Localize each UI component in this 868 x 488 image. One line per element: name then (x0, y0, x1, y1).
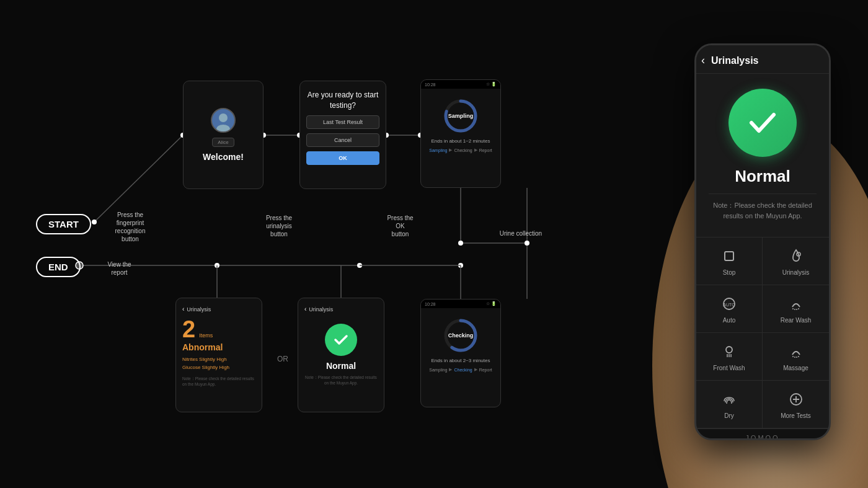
grid-item-rear-wash[interactable]: Rear Wash (763, 285, 829, 333)
grid-item-massage[interactable]: Massage (763, 333, 829, 381)
or-label: OR (277, 355, 288, 363)
phone-result-area: Normal Note：Please check the detailed re… (696, 74, 829, 237)
phone-title: Urinalysis (711, 55, 758, 66)
normal-status-small: Normal (326, 361, 356, 371)
checking-topbar: 10:28 ☆ 🔋 (421, 299, 500, 308)
svg-point-1 (92, 220, 97, 224)
abnormal-count: 2 (182, 317, 195, 341)
sampling-body: Sampling Ends in about 1~2 minutes Sampl… (421, 89, 500, 161)
phone-panel: ‹ Urinalysis Normal Note：Please check th… (608, 0, 868, 488)
stop-icon (719, 246, 739, 266)
welcome-card: Alice Welcome! (183, 81, 264, 189)
label-urine: Urine collection (496, 229, 546, 237)
start-node: START (36, 214, 91, 234)
user-name-tag: Alice (212, 138, 234, 147)
abnormal-items-text: Items (199, 332, 213, 339)
dry-label: Dry (724, 412, 734, 419)
svg-point-17 (357, 263, 362, 268)
front-wash-icon (719, 342, 739, 362)
phone-topbar: ‹ Urinalysis (696, 45, 829, 74)
sampling-steps: Sampling ▶ Checking ▶ Report (429, 148, 492, 153)
big-green-check-icon (728, 89, 797, 157)
svg-point-16 (215, 263, 219, 268)
front-wash-label: Front Wash (713, 365, 745, 371)
flow-diagram: START END Press thefingerprint recogniti… (0, 0, 608, 488)
checking-steps: Sampling ▶ Checking ▶ Report (429, 367, 492, 372)
phone-brand: JOMOO (696, 428, 829, 440)
abnormal-card-header: ‹ Urinalysis (182, 306, 255, 313)
urinalysis-icon (786, 246, 806, 266)
sampling-label: Sampling (448, 113, 474, 119)
label-view-report: View thereport (99, 260, 140, 277)
phone-grid: Stop Urinalysis AUTO (696, 237, 829, 428)
welcome-text: Welcome! (203, 152, 244, 162)
svg-point-18 (458, 263, 463, 268)
urinalysis-label: Urinalysis (782, 269, 809, 276)
auto-label: Auto (723, 317, 736, 324)
normal-note-small: Note：Please check the detailed results o… (304, 375, 378, 386)
abnormal-result-card: ‹ Urinalysis 2 Items Abnormal Nitrites S… (175, 298, 262, 412)
checking-label: Checking (448, 332, 474, 339)
ready-title: Are you ready to start testing? (306, 90, 379, 111)
normal-result-card-small: ‹ Urinalysis Normal Note：Please check th… (298, 298, 384, 412)
normal-small-header: ‹ Urinalysis (304, 306, 333, 313)
label-fingerprint: Press thefingerprint recognitionbutton (105, 211, 155, 243)
rear-wash-label: Rear Wash (781, 317, 812, 324)
cancel-btn[interactable]: Cancel (306, 133, 379, 147)
phone-normal-label: Normal (735, 167, 790, 186)
abnormal-note: Note：Please check the detailed results o… (182, 376, 255, 387)
abnormal-detail: Nitrites Slightly High Glucose Slightly … (182, 356, 255, 372)
end-label: END (48, 262, 68, 272)
svg-point-13 (525, 241, 529, 246)
label-ok: Press theOKbutton (383, 214, 417, 238)
svg-text:AUTO: AUTO (723, 303, 735, 307)
svg-point-25 (216, 125, 230, 131)
start-label: START (48, 219, 79, 229)
ready-card: Are you ready to start testing? Last Tes… (299, 81, 386, 189)
more-icon (786, 389, 806, 409)
flow-lines (0, 0, 608, 488)
sampling-ring: Sampling (442, 97, 479, 135)
label-urinalysis: Press theurinalysisbutton (260, 214, 298, 238)
abnormal-card-title: Urinalysis (187, 306, 211, 313)
grid-item-urinalysis[interactable]: Urinalysis (763, 237, 829, 285)
abnormal-status: Abnormal (182, 342, 255, 352)
checking-body: Checking Ends in about 2~3 minutes Sampl… (421, 308, 500, 381)
grid-item-stop[interactable]: Stop (696, 237, 763, 285)
dry-icon (719, 389, 739, 409)
avatar (211, 108, 236, 133)
phone-note: Note：Please check the detailed results o… (709, 193, 817, 227)
checking-card: 10:28 ☆ 🔋 Checking Ends in about 2~3 min… (420, 299, 501, 407)
green-check-icon-small (325, 324, 357, 356)
massage-label: Massage (783, 365, 808, 371)
grid-item-dry[interactable]: Dry (696, 381, 763, 428)
back-arrow-icon-2: ‹ (304, 306, 306, 313)
svg-line-0 (94, 135, 183, 222)
checking-ring: Checking (442, 317, 479, 354)
svg-rect-30 (725, 252, 733, 260)
sampling-time-note: Ends in about 1~2 minutes (432, 138, 490, 144)
checking-time-note: Ends in about 2~3 minutes (432, 358, 490, 363)
ok-btn[interactable]: OK (306, 151, 379, 165)
last-test-btn[interactable]: Last Test Result (306, 115, 379, 129)
svg-point-24 (219, 113, 228, 122)
massage-icon (786, 342, 806, 362)
normal-small-title: Urinalysis (309, 306, 333, 313)
svg-point-38 (726, 347, 732, 353)
sampling-topbar: 10:28 ☆ 🔋 (421, 80, 500, 89)
grid-item-front-wash[interactable]: Front Wash (696, 333, 763, 381)
svg-point-12 (458, 241, 463, 246)
grid-item-more[interactable]: More Tests (763, 381, 829, 428)
end-node: END (36, 257, 81, 277)
more-tests-label: More Tests (781, 412, 811, 419)
sampling-card: 10:28 ☆ 🔋 Sampling Ends in about 1~2 min… (420, 79, 501, 188)
back-arrow-icon: ‹ (182, 306, 184, 313)
stop-label: Stop (723, 269, 736, 276)
auto-icon: AUTO (719, 294, 739, 314)
rear-wash-icon (786, 294, 806, 314)
phone-frame: ‹ Urinalysis Normal Note：Please check th… (694, 43, 831, 440)
phone-back-arrow-icon[interactable]: ‹ (701, 54, 705, 67)
grid-item-auto[interactable]: AUTO Auto (696, 285, 763, 333)
